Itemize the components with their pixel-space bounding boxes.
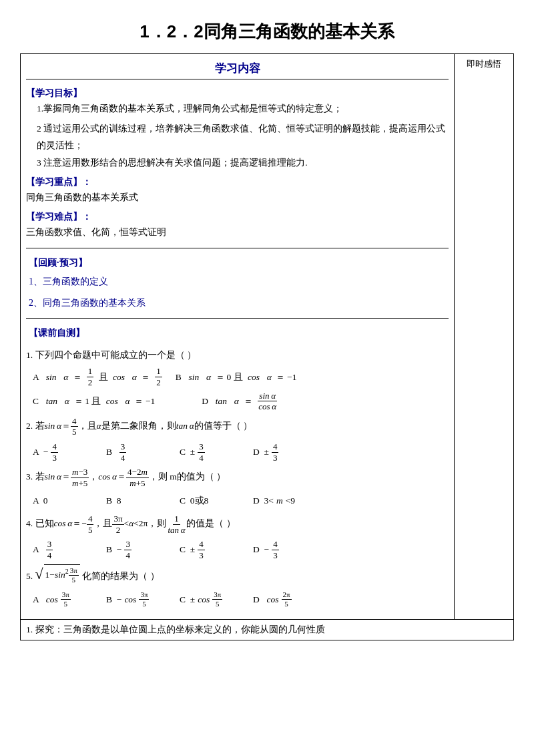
q2: 2. 若sin α＝45，且α是第二象限角，则tan α的值等于（ ） A −4…	[26, 416, 449, 463]
sqrt-expr: √ 1−sin23π5	[35, 564, 80, 584]
learning-obj-header: 【学习目标】	[26, 87, 449, 100]
cos-label: cos	[267, 591, 279, 608]
q5: 5. √ 1−sin23π5 化简的结果为（ ） A cos3π5 B −cos…	[26, 564, 449, 608]
q2-text: 2. 若sin α＝45，且α是第二象限角，则tan α的值等于（ ）	[26, 421, 252, 431]
key-points-header: 【学习重点】：	[26, 176, 449, 188]
review-item-1: 1、三角函数的定义	[29, 272, 449, 291]
q1-choices-cd: C tan α ＝ 1 且 cos α ＝ −1 D tan α ＝ sin α…	[33, 391, 449, 412]
explore-text: 1. 探究：三角函数是以单位圆上点的坐标来定义的，你能从圆的几何性质	[26, 624, 325, 634]
q3-choices: A 0 B 8 C 0或8 D 3<m<9	[33, 492, 449, 510]
section-header: 学习内容	[26, 58, 449, 79]
q1-choice-a: A sin α ＝ 12 且 cos α ＝ 12	[33, 366, 162, 387]
q4: 4. 已知cos α＝−45，且3π2<α<2π，则1tan α的值是（ ） A…	[26, 514, 449, 560]
review-section: 【回顾·预习】 1、三角函数的定义 2、同角三角函数的基本关系	[26, 251, 449, 315]
q1-choice-b: B sin α ＝ 0 且 cos α ＝ −1	[176, 369, 297, 386]
pretest-header: 【课前自测】	[29, 324, 449, 343]
q1-choice-c: C tan α ＝ 1 且 cos α ＝ −1	[33, 393, 155, 410]
insight-label: 即时感悟	[467, 59, 501, 69]
learning-obj-3: 3 注意运用数形结合的思想解决有关求值问题；提高逻辑推理能力.	[37, 155, 449, 171]
insight-column: 即时感悟	[455, 54, 514, 620]
review-header: 【回顾·预习】	[29, 254, 449, 272]
review-item-2: 2、同角三角函数的基本关系	[29, 294, 449, 313]
q2-choices: A −43 B 34 C ±34 D ±43	[33, 441, 449, 463]
q3: 3. 若sin α＝m−3m+5，cos α＝4−2mm+5，则 m的值为（ ）…	[26, 467, 449, 510]
quiz-section: 【课前自测】 1. 下列四个命题中可能成立的一个是（ ） A sin α ＝ 1…	[26, 321, 449, 616]
content-column: 学习内容 【学习目标】 1.掌握同角三角函数的基本关系式，理解同角公式都是恒等式…	[21, 54, 455, 620]
main-table: 学习内容 【学习目标】 1.掌握同角三角函数的基本关系式，理解同角公式都是恒等式…	[20, 53, 514, 640]
q1: 1. 下列四个命题中可能成立的一个是（ ） A sin α ＝ 12 且 cos…	[26, 347, 449, 412]
q5-choices: A cos3π5 B −cos3π5 C ±cos3π5 D cos2π5	[33, 590, 449, 608]
key-points-text: 同角三角函数的基本关系式	[26, 190, 449, 206]
difficulties-header: 【学习难点】：	[26, 211, 449, 223]
q1-text: 1. 下列四个命题中可能成立的一个是（ ）	[26, 350, 196, 360]
q1-choices: A sin α ＝ 12 且 cos α ＝ 12 B sin α ＝ 0 且 …	[33, 366, 449, 387]
q1-choice-d: D tan α ＝ sin α cos α	[202, 391, 282, 412]
q4-choices: A 34 B −34 C ±43 D −43	[33, 539, 449, 560]
learning-obj-1: 1.掌握同角三角函数的基本关系式，理解同角公式都是恒等式的特定意义；	[37, 101, 449, 117]
page-title: 1．2．2同角三角函数的基本关系	[20, 20, 514, 43]
difficulties-text: 三角函数求值、化简，恒等式证明	[26, 224, 449, 240]
explore-section: 1. 探究：三角函数是以单位圆上点的坐标来定义的，你能从圆的几何性质	[21, 620, 514, 640]
learning-obj-2: 2 通过运用公式的训练过程，培养解决三角函数求值、化简、恒等式证明的解题技能，提…	[37, 121, 449, 154]
